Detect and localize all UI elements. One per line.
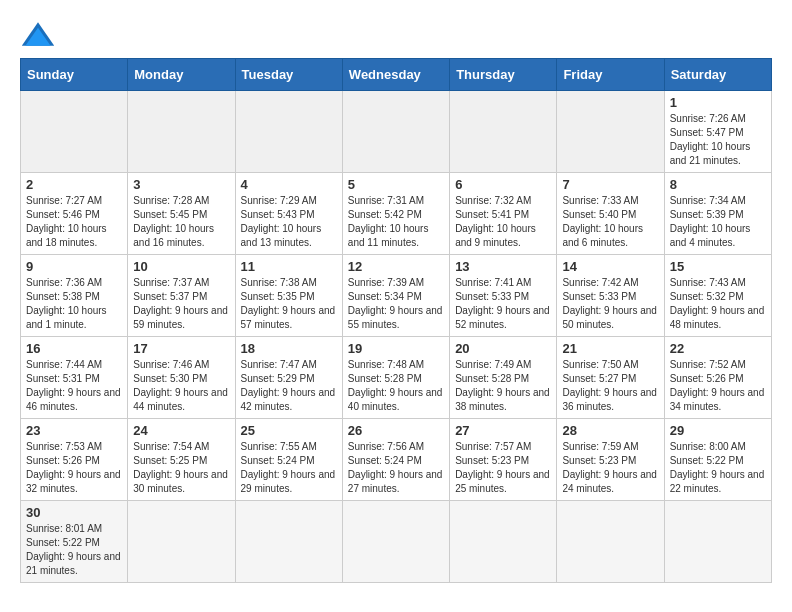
logo-icon bbox=[20, 20, 56, 48]
day-info: Sunrise: 7:29 AM Sunset: 5:43 PM Dayligh… bbox=[241, 194, 337, 250]
day-info: Sunrise: 7:34 AM Sunset: 5:39 PM Dayligh… bbox=[670, 194, 766, 250]
day-number: 8 bbox=[670, 177, 766, 192]
day-number: 18 bbox=[241, 341, 337, 356]
day-number: 15 bbox=[670, 259, 766, 274]
day-cell: 26Sunrise: 7:56 AM Sunset: 5:24 PM Dayli… bbox=[342, 419, 449, 501]
day-info: Sunrise: 7:55 AM Sunset: 5:24 PM Dayligh… bbox=[241, 440, 337, 496]
day-cell: 30Sunrise: 8:01 AM Sunset: 5:22 PM Dayli… bbox=[21, 501, 128, 583]
header-day-thursday: Thursday bbox=[450, 59, 557, 91]
day-number: 9 bbox=[26, 259, 122, 274]
day-number: 22 bbox=[670, 341, 766, 356]
day-info: Sunrise: 7:52 AM Sunset: 5:26 PM Dayligh… bbox=[670, 358, 766, 414]
day-cell: 27Sunrise: 7:57 AM Sunset: 5:23 PM Dayli… bbox=[450, 419, 557, 501]
day-info: Sunrise: 7:28 AM Sunset: 5:45 PM Dayligh… bbox=[133, 194, 229, 250]
day-info: Sunrise: 8:01 AM Sunset: 5:22 PM Dayligh… bbox=[26, 522, 122, 578]
day-number: 21 bbox=[562, 341, 658, 356]
day-number: 26 bbox=[348, 423, 444, 438]
day-cell: 22Sunrise: 7:52 AM Sunset: 5:26 PM Dayli… bbox=[664, 337, 771, 419]
day-cell: 6Sunrise: 7:32 AM Sunset: 5:41 PM Daylig… bbox=[450, 173, 557, 255]
day-number: 14 bbox=[562, 259, 658, 274]
day-number: 25 bbox=[241, 423, 337, 438]
week-row-2: 2Sunrise: 7:27 AM Sunset: 5:46 PM Daylig… bbox=[21, 173, 772, 255]
day-info: Sunrise: 7:48 AM Sunset: 5:28 PM Dayligh… bbox=[348, 358, 444, 414]
day-info: Sunrise: 7:41 AM Sunset: 5:33 PM Dayligh… bbox=[455, 276, 551, 332]
header-row: SundayMondayTuesdayWednesdayThursdayFrid… bbox=[21, 59, 772, 91]
day-cell: 19Sunrise: 7:48 AM Sunset: 5:28 PM Dayli… bbox=[342, 337, 449, 419]
header-day-wednesday: Wednesday bbox=[342, 59, 449, 91]
day-info: Sunrise: 7:57 AM Sunset: 5:23 PM Dayligh… bbox=[455, 440, 551, 496]
day-number: 7 bbox=[562, 177, 658, 192]
day-cell: 25Sunrise: 7:55 AM Sunset: 5:24 PM Dayli… bbox=[235, 419, 342, 501]
day-cell bbox=[21, 91, 128, 173]
day-number: 20 bbox=[455, 341, 551, 356]
day-info: Sunrise: 7:31 AM Sunset: 5:42 PM Dayligh… bbox=[348, 194, 444, 250]
day-cell: 15Sunrise: 7:43 AM Sunset: 5:32 PM Dayli… bbox=[664, 255, 771, 337]
day-cell: 13Sunrise: 7:41 AM Sunset: 5:33 PM Dayli… bbox=[450, 255, 557, 337]
day-cell: 9Sunrise: 7:36 AM Sunset: 5:38 PM Daylig… bbox=[21, 255, 128, 337]
day-cell bbox=[557, 501, 664, 583]
day-cell: 17Sunrise: 7:46 AM Sunset: 5:30 PM Dayli… bbox=[128, 337, 235, 419]
day-info: Sunrise: 7:59 AM Sunset: 5:23 PM Dayligh… bbox=[562, 440, 658, 496]
day-number: 5 bbox=[348, 177, 444, 192]
header-day-tuesday: Tuesday bbox=[235, 59, 342, 91]
day-info: Sunrise: 7:38 AM Sunset: 5:35 PM Dayligh… bbox=[241, 276, 337, 332]
day-cell bbox=[342, 501, 449, 583]
day-info: Sunrise: 7:39 AM Sunset: 5:34 PM Dayligh… bbox=[348, 276, 444, 332]
page-header bbox=[20, 20, 772, 48]
day-cell: 2Sunrise: 7:27 AM Sunset: 5:46 PM Daylig… bbox=[21, 173, 128, 255]
day-cell bbox=[128, 91, 235, 173]
day-cell: 24Sunrise: 7:54 AM Sunset: 5:25 PM Dayli… bbox=[128, 419, 235, 501]
day-number: 17 bbox=[133, 341, 229, 356]
day-number: 23 bbox=[26, 423, 122, 438]
day-info: Sunrise: 7:33 AM Sunset: 5:40 PM Dayligh… bbox=[562, 194, 658, 250]
day-cell: 10Sunrise: 7:37 AM Sunset: 5:37 PM Dayli… bbox=[128, 255, 235, 337]
week-row-4: 16Sunrise: 7:44 AM Sunset: 5:31 PM Dayli… bbox=[21, 337, 772, 419]
day-cell: 3Sunrise: 7:28 AM Sunset: 5:45 PM Daylig… bbox=[128, 173, 235, 255]
day-cell: 5Sunrise: 7:31 AM Sunset: 5:42 PM Daylig… bbox=[342, 173, 449, 255]
day-info: Sunrise: 7:32 AM Sunset: 5:41 PM Dayligh… bbox=[455, 194, 551, 250]
day-number: 4 bbox=[241, 177, 337, 192]
day-cell: 21Sunrise: 7:50 AM Sunset: 5:27 PM Dayli… bbox=[557, 337, 664, 419]
day-number: 24 bbox=[133, 423, 229, 438]
day-cell bbox=[235, 501, 342, 583]
day-cell bbox=[664, 501, 771, 583]
logo bbox=[20, 20, 60, 48]
calendar-header: SundayMondayTuesdayWednesdayThursdayFrid… bbox=[21, 59, 772, 91]
day-cell bbox=[128, 501, 235, 583]
day-number: 12 bbox=[348, 259, 444, 274]
day-cell: 8Sunrise: 7:34 AM Sunset: 5:39 PM Daylig… bbox=[664, 173, 771, 255]
calendar-body: 1Sunrise: 7:26 AM Sunset: 5:47 PM Daylig… bbox=[21, 91, 772, 583]
day-info: Sunrise: 7:46 AM Sunset: 5:30 PM Dayligh… bbox=[133, 358, 229, 414]
day-info: Sunrise: 7:47 AM Sunset: 5:29 PM Dayligh… bbox=[241, 358, 337, 414]
day-cell: 16Sunrise: 7:44 AM Sunset: 5:31 PM Dayli… bbox=[21, 337, 128, 419]
week-row-6: 30Sunrise: 8:01 AM Sunset: 5:22 PM Dayli… bbox=[21, 501, 772, 583]
day-info: Sunrise: 7:53 AM Sunset: 5:26 PM Dayligh… bbox=[26, 440, 122, 496]
day-cell: 1Sunrise: 7:26 AM Sunset: 5:47 PM Daylig… bbox=[664, 91, 771, 173]
day-number: 30 bbox=[26, 505, 122, 520]
day-number: 6 bbox=[455, 177, 551, 192]
day-cell bbox=[450, 501, 557, 583]
day-cell: 28Sunrise: 7:59 AM Sunset: 5:23 PM Dayli… bbox=[557, 419, 664, 501]
day-info: Sunrise: 7:49 AM Sunset: 5:28 PM Dayligh… bbox=[455, 358, 551, 414]
day-cell bbox=[342, 91, 449, 173]
header-day-friday: Friday bbox=[557, 59, 664, 91]
day-number: 29 bbox=[670, 423, 766, 438]
day-cell bbox=[235, 91, 342, 173]
day-number: 11 bbox=[241, 259, 337, 274]
day-number: 13 bbox=[455, 259, 551, 274]
day-number: 16 bbox=[26, 341, 122, 356]
day-cell: 18Sunrise: 7:47 AM Sunset: 5:29 PM Dayli… bbox=[235, 337, 342, 419]
day-info: Sunrise: 7:44 AM Sunset: 5:31 PM Dayligh… bbox=[26, 358, 122, 414]
week-row-5: 23Sunrise: 7:53 AM Sunset: 5:26 PM Dayli… bbox=[21, 419, 772, 501]
day-cell bbox=[557, 91, 664, 173]
day-cell: 14Sunrise: 7:42 AM Sunset: 5:33 PM Dayli… bbox=[557, 255, 664, 337]
day-cell: 23Sunrise: 7:53 AM Sunset: 5:26 PM Dayli… bbox=[21, 419, 128, 501]
day-number: 10 bbox=[133, 259, 229, 274]
day-number: 28 bbox=[562, 423, 658, 438]
day-info: Sunrise: 7:27 AM Sunset: 5:46 PM Dayligh… bbox=[26, 194, 122, 250]
day-info: Sunrise: 7:42 AM Sunset: 5:33 PM Dayligh… bbox=[562, 276, 658, 332]
day-number: 3 bbox=[133, 177, 229, 192]
day-cell: 12Sunrise: 7:39 AM Sunset: 5:34 PM Dayli… bbox=[342, 255, 449, 337]
day-cell: 20Sunrise: 7:49 AM Sunset: 5:28 PM Dayli… bbox=[450, 337, 557, 419]
day-info: Sunrise: 7:50 AM Sunset: 5:27 PM Dayligh… bbox=[562, 358, 658, 414]
